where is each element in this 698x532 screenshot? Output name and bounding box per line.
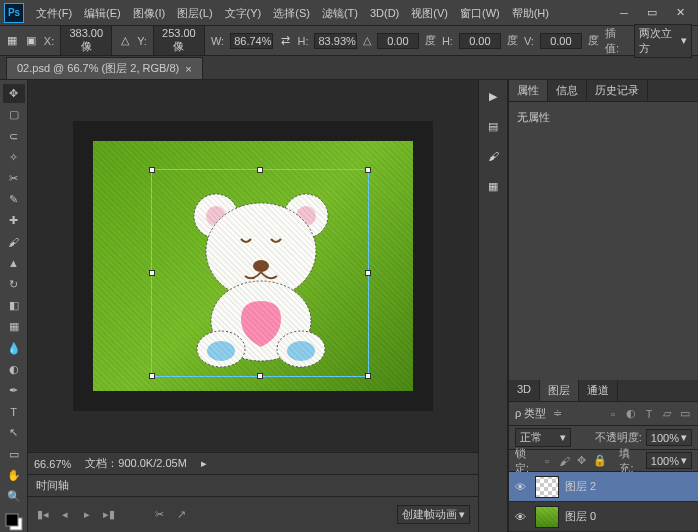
move-tool[interactable]: ✥ [3,84,25,103]
menu-item[interactable]: 选择(S) [267,0,316,26]
lock-all-icon[interactable]: 🔒 [593,454,607,468]
panel-tab[interactable]: 信息 [548,80,587,101]
handle-nw[interactable] [149,167,155,173]
menu-item[interactable]: 视图(V) [405,0,454,26]
layer-name[interactable]: 图层 2 [565,479,596,494]
handle-se[interactable] [365,373,371,379]
visibility-icon[interactable]: 👁 [515,481,529,493]
doc-info[interactable]: 文档：900.0K/2.05M [85,456,187,471]
eyedropper-tool[interactable]: ✎ [3,190,25,209]
menu-item[interactable]: 图像(I) [127,0,171,26]
lock-trans-icon[interactable]: ▫ [541,454,552,468]
panel-tab[interactable]: 3D [509,380,540,401]
handle-e[interactable] [365,270,371,276]
blur-tool[interactable]: 💧 [3,338,25,357]
history-brush-tool[interactable]: ↻ [3,275,25,294]
menu-item[interactable]: 3D(D) [364,0,405,26]
color-swatch[interactable] [3,512,25,532]
skewh-field[interactable]: 0.00 [459,33,501,49]
wand-tool[interactable]: ✧ [3,148,25,167]
document-tab[interactable]: 02.psd @ 66.7% (图层 2, RGB/8) × [6,57,203,79]
skewv-field[interactable]: 0.00 [540,33,582,49]
close-tab-icon[interactable]: × [185,63,191,75]
w-field[interactable]: 86.74% [230,33,272,49]
layer-thumb[interactable] [535,506,559,528]
tl-arrow-icon[interactable]: ↗ [174,508,188,522]
layer-row[interactable]: 👁 图层 0 [509,502,698,532]
menu-item[interactable]: 图层(L) [171,0,218,26]
menu-item[interactable]: 窗口(W) [454,0,506,26]
zoom-tool[interactable]: 🔍 [3,487,25,506]
layer-thumb[interactable] [535,476,559,498]
x-field[interactable]: 383.00 像 [60,25,112,56]
filter-dd-icon[interactable]: ≑ [550,407,564,421]
history-icon[interactable]: ▤ [483,116,503,136]
filter-pixel-icon[interactable]: ▫ [606,407,620,421]
lock-pos-icon[interactable]: ✥ [576,454,587,468]
blend-mode-dropdown[interactable]: 正常▾ [515,428,571,447]
tl-prev-icon[interactable]: ◂ [58,508,72,522]
panel-tab[interactable]: 通道 [579,380,618,401]
dodge-tool[interactable]: ◐ [3,360,25,379]
gradient-tool[interactable]: ▦ [3,317,25,336]
reference-point-icon[interactable]: ▣ [25,34,38,48]
filter-type-icon[interactable]: T [642,407,656,421]
pen-tool[interactable]: ✒ [3,381,25,400]
close-button[interactable]: ✕ [666,4,694,22]
timeline-create-button[interactable]: 创建帧动画▾ [397,505,470,524]
path-tool[interactable]: ↖ [3,423,25,442]
filter-smart-icon[interactable]: ▭ [678,407,692,421]
marquee-tool[interactable]: ▢ [3,105,25,124]
tl-cut-icon[interactable]: ✂ [152,508,166,522]
h-field[interactable]: 83.93% [314,33,356,49]
swatch-panel-icon[interactable]: ▦ [483,176,503,196]
canvas-area[interactable] [28,80,478,452]
zoom-level[interactable]: 66.67% [34,458,71,470]
menu-item[interactable]: 编辑(E) [78,0,127,26]
canvas[interactable] [93,141,413,391]
transform-box[interactable] [151,169,369,377]
tl-next-icon[interactable]: ▸▮ [102,508,116,522]
tl-play-icon[interactable]: ▸ [80,508,94,522]
lasso-tool[interactable]: ⊂ [3,126,25,145]
lock-pixel-icon[interactable]: 🖌 [559,454,570,468]
opacity-field[interactable]: 100%▾ [646,429,692,446]
type-tool[interactable]: T [3,402,25,421]
maximize-button[interactable]: ▭ [638,4,666,22]
tl-first-icon[interactable]: ▮◂ [36,508,50,522]
menu-item[interactable]: 帮助(H) [506,0,555,26]
panel-tab[interactable]: 历史记录 [587,80,648,101]
swap-xy-icon[interactable]: △ [118,34,131,48]
brush-panel-icon[interactable]: 🖌 [483,146,503,166]
panel-tab[interactable]: 属性 [509,80,548,101]
play-icon[interactable]: ▶ [483,86,503,106]
shape-tool[interactable]: ▭ [3,444,25,463]
handle-sw[interactable] [149,373,155,379]
layer-row[interactable]: 👁 图层 2 [509,472,698,502]
brush-tool[interactable]: 🖌 [3,232,25,251]
menu-item[interactable]: 滤镜(T) [316,0,364,26]
hand-tool[interactable]: ✋ [3,466,25,485]
filter-shape-icon[interactable]: ▱ [660,407,674,421]
handle-s[interactable] [257,373,263,379]
y-field[interactable]: 253.00 像 [153,25,205,56]
minimize-button[interactable]: ─ [610,4,638,22]
menu-item[interactable]: 文字(Y) [219,0,268,26]
menu-item[interactable]: 文件(F) [30,0,78,26]
handle-ne[interactable] [365,167,371,173]
handle-n[interactable] [257,167,263,173]
visibility-icon[interactable]: 👁 [515,511,529,523]
interp-dropdown[interactable]: 两次立方▾ [634,24,692,58]
filter-adj-icon[interactable]: ◐ [624,407,638,421]
crop-tool[interactable]: ✂ [3,169,25,188]
handle-w[interactable] [149,270,155,276]
panel-tab[interactable]: 图层 [540,380,579,401]
heal-tool[interactable]: ✚ [3,211,25,230]
layer-name[interactable]: 图层 0 [565,509,596,524]
stamp-tool[interactable]: ▲ [3,254,25,273]
link-wh-icon[interactable]: ⇄ [279,34,292,48]
status-arrow-icon[interactable]: ▸ [201,457,207,470]
fill-field[interactable]: 100%▾ [646,452,692,469]
eraser-tool[interactable]: ◧ [3,296,25,315]
angle-field[interactable]: 0.00 [377,33,419,49]
